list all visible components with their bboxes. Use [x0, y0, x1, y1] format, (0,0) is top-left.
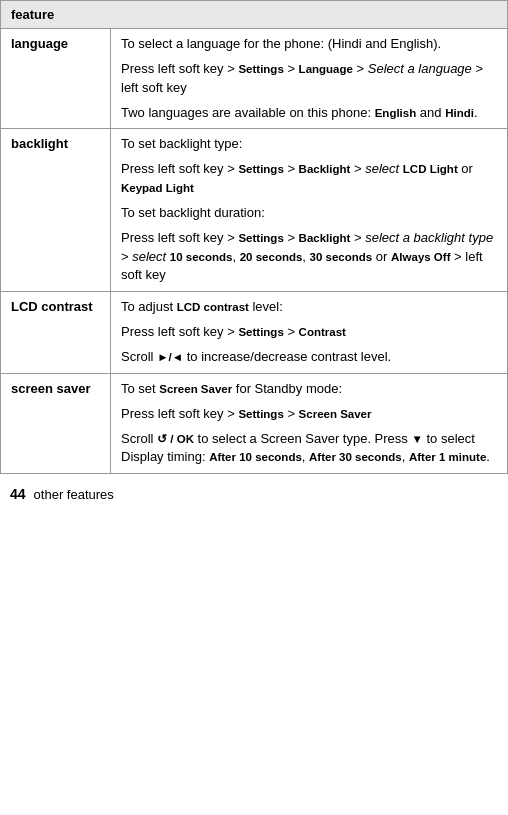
feature-desc-cell: To adjust LCD contrast level:Press left …	[111, 292, 508, 374]
page-wrapper: feature languageTo select a language for…	[0, 0, 508, 514]
footer: 44 other features	[0, 474, 508, 514]
table-header: feature	[1, 1, 508, 29]
feature-desc-cell: To set backlight type:Press left soft ke…	[111, 129, 508, 292]
table-row: languageTo select a language for the pho…	[1, 29, 508, 129]
table-row: LCD contrastTo adjust LCD contrast level…	[1, 292, 508, 374]
feature-name-cell: language	[1, 29, 111, 129]
feature-desc-cell: To select a language for the phone: (Hin…	[111, 29, 508, 129]
feature-name-cell: backlight	[1, 129, 111, 292]
page-number: 44	[10, 486, 26, 502]
footer-text: other features	[34, 487, 114, 502]
feature-table: feature languageTo select a language for…	[0, 0, 508, 474]
table-row: backlightTo set backlight type:Press lef…	[1, 129, 508, 292]
feature-desc-cell: To set Screen Saver for Standby mode:Pre…	[111, 373, 508, 473]
table-row: screen saverTo set Screen Saver for Stan…	[1, 373, 508, 473]
feature-name-cell: screen saver	[1, 373, 111, 473]
feature-name-cell: LCD contrast	[1, 292, 111, 374]
